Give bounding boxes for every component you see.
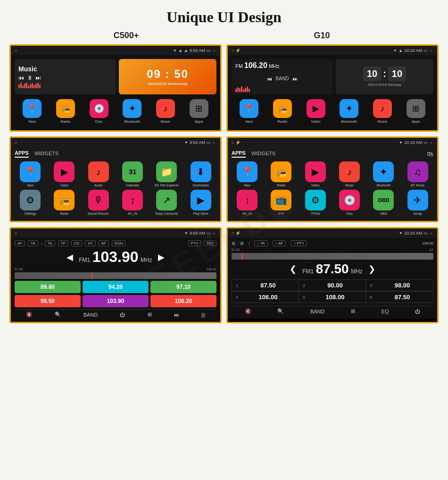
c500-app-settings[interactable]: ⚙ Settings — [15, 190, 46, 215]
next-freq-btn[interactable]: ▶ — [158, 252, 165, 262]
next-freq-btn[interactable]: ❯ — [368, 264, 375, 274]
apps-icon: ⊞ — [407, 99, 425, 118]
preset-3[interactable]: 3 98.00 — [366, 280, 433, 291]
skip-btn[interactable]: ⏭ — [174, 312, 179, 318]
app-item-radio[interactable]: 📻 Radio — [56, 99, 75, 124]
preset-3[interactable]: 97.10 — [150, 281, 216, 293]
c500-app-audio[interactable]: ♪ Audio — [83, 161, 114, 187]
app-item-disc[interactable]: 💿 Disc — [90, 99, 108, 124]
app-item-music[interactable]: ♪ Music — [156, 99, 175, 124]
g10-app-disc[interactable]: 💿 Disc — [334, 190, 365, 215]
music-widget[interactable]: Music ⏮ ⏸ ⏭ — [15, 59, 116, 94]
g10-app-video[interactable]: ▶ Video — [300, 161, 331, 187]
c500-app-calendar[interactable]: 31 Calendar — [117, 161, 148, 187]
tp-btn[interactable]: TP — [58, 240, 68, 246]
g10-app-music[interactable]: ♪ Music — [334, 161, 365, 187]
navi-label: Navi — [28, 119, 36, 124]
pty-btn[interactable]: PTY — [188, 240, 201, 246]
app-item-bluetooth[interactable]: ✦ Bluetooth — [123, 99, 141, 124]
tab-widgets[interactable]: WIDGETS — [251, 151, 275, 157]
g10-app-radio[interactable]: 📻 Radio — [265, 161, 297, 187]
preset-4[interactable]: 4 106.00 — [232, 291, 299, 303]
mute-btn[interactable]: 🔇 — [245, 308, 251, 314]
af-btn[interactable]: AF — [15, 240, 25, 246]
g10-app-dtv[interactable]: 📺 DTV — [265, 190, 297, 215]
navi-icon: 📍 — [20, 161, 41, 182]
c500-app-downloads[interactable]: ⬇ Downloads — [185, 161, 216, 187]
g10-app-obd[interactable]: OBD OBD — [368, 190, 399, 215]
g10-app-video[interactable]: ▶ Video — [307, 99, 325, 124]
prev-track-icon[interactable]: ⏮ — [267, 76, 272, 82]
play-pause-icon[interactable]: ⏸ — [27, 75, 33, 81]
eon-btn[interactable]: EON — [112, 240, 125, 246]
g10-app-navi[interactable]: 📍 Navi — [232, 161, 263, 187]
tab-apps[interactable]: APPS — [15, 150, 29, 158]
mute-btn[interactable]: 🔇 — [26, 312, 33, 318]
g10-app-navi[interactable]: 📍 Navi — [240, 99, 258, 124]
ta-btn[interactable]: TA — [28, 240, 38, 246]
ta-btn[interactable]: ○ TA — [254, 240, 268, 246]
radio-label: Radio — [277, 184, 285, 187]
preset-6[interactable]: 6 87.50 — [366, 291, 433, 303]
c500-app-playstore[interactable]: ▶ Play Store — [185, 190, 216, 215]
g10-app-apps[interactable]: ⊞ Apps — [407, 99, 425, 124]
preset-2[interactable]: 2 90.00 — [299, 280, 366, 291]
shop-icon[interactable]: 🛍 — [427, 150, 433, 158]
power-btn[interactable]: ⏻ — [415, 309, 420, 314]
audio-label: Audio — [94, 184, 103, 187]
search-btn[interactable]: 🔍 — [55, 312, 61, 318]
freq-scale-labels: 87.50 108.00 — [15, 268, 216, 271]
preset-1[interactable]: 89.80 — [15, 281, 81, 293]
af2-btn[interactable]: AF — [99, 240, 109, 246]
rds-btn[interactable]: RDS — [204, 241, 216, 246]
preset-4[interactable]: 99.50 — [15, 295, 81, 307]
band-btn[interactable]: BAND — [310, 309, 325, 314]
g10-app-avin[interactable]: ↕ AV_IN — [232, 190, 263, 215]
pty-btn[interactable]: ○ PTY — [290, 240, 307, 246]
next-icon[interactable]: ⏭ — [35, 75, 41, 81]
c500-app-soundrec[interactable]: 🎙 Sound Record. — [83, 190, 114, 215]
g10-radio-widget[interactable]: FM 106.20 MHz ⏮ BAND ⏭ — [232, 59, 333, 94]
grid-btn[interactable]: ⊞ — [148, 312, 152, 318]
g10-app-btmusic[interactable]: ♫ BT Music — [402, 161, 433, 187]
page-title: Unique UI Design — [0, 0, 448, 31]
eq-btn[interactable]: ||| — [201, 312, 206, 318]
g10-app-music[interactable]: ♪ Music — [373, 99, 392, 124]
clock-time: 09 : 50 — [147, 67, 189, 81]
g10-app-amap[interactable]: ✈ Amap — [402, 190, 433, 215]
eq-btn[interactable]: EQ — [382, 309, 389, 314]
tab-apps[interactable]: APPS — [232, 150, 246, 158]
prev-freq-btn[interactable]: ❮ — [290, 264, 297, 274]
power-btn[interactable]: ⏻ — [120, 312, 125, 318]
g10-app-tpms[interactable]: ⚙ TPMS — [300, 190, 331, 215]
app-item-navi[interactable]: 📍 Navi — [23, 99, 41, 124]
g10-app-bluetooth[interactable]: ✦ Bluetooth — [368, 161, 399, 187]
st-btn[interactable]: ST — [85, 240, 95, 246]
preset-5[interactable]: 5 108.00 — [299, 291, 366, 303]
preset-2[interactable]: 94.20 — [83, 281, 149, 293]
cd-btn[interactable]: CD — [71, 240, 83, 246]
af-btn[interactable]: ○ AF — [273, 240, 286, 246]
c500-app-video[interactable]: ▶ Video — [49, 161, 80, 187]
c500-app-navi[interactable]: 📍 Navi — [15, 161, 46, 187]
ta2-btn[interactable]: TA — [45, 240, 55, 246]
grid-btn[interactable]: ⊞ — [351, 308, 355, 314]
prev-freq-btn[interactable]: ◀ — [66, 252, 73, 262]
c500-app-esfile[interactable]: 📁 ES File Explorer — [151, 161, 182, 187]
c500-app-avin[interactable]: ↕ AV_IN — [117, 190, 148, 215]
preset-6[interactable]: 106.20 — [150, 295, 216, 307]
c500-app-easyconn[interactable]: ↗ Easy Connecte — [151, 190, 182, 215]
next-track-icon[interactable]: ⏭ — [292, 76, 298, 82]
c500-app-radio[interactable]: 📻 Radio — [49, 190, 80, 215]
band-btn[interactable]: BAND — [83, 312, 98, 318]
preset-1[interactable]: 1 87.50 — [232, 280, 299, 291]
prev-icon[interactable]: ⏮ — [18, 75, 24, 81]
settings2-icon[interactable]: ⚙ — [240, 241, 244, 246]
preset-5[interactable]: 103.90 — [83, 295, 149, 307]
g10-app-bluetooth[interactable]: ✦ Bluetooth — [340, 99, 358, 124]
g10-app-radio[interactable]: 📻 Radio — [273, 99, 292, 124]
search-btn[interactable]: 🔍 — [277, 308, 284, 314]
app-item-apps[interactable]: ⊞ Apps — [190, 99, 208, 124]
settings-icon[interactable]: ⚙ — [232, 241, 235, 246]
tab-widgets[interactable]: WIDGETS — [34, 151, 58, 157]
